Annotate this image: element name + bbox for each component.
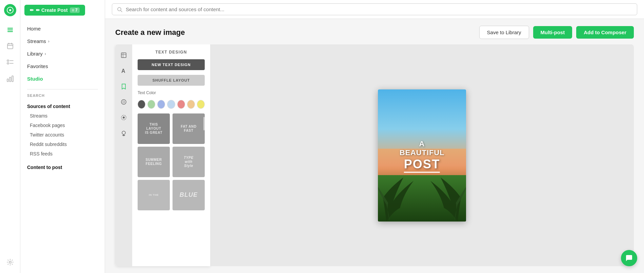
swatch-red[interactable]: [177, 100, 185, 109]
source-streams[interactable]: Streams: [20, 111, 105, 121]
svg-point-24: [123, 101, 125, 103]
sidebar-item-streams[interactable]: Streams ›: [20, 35, 105, 47]
create-post-button[interactable]: ✏ ✏ Create Post ≡ 7: [24, 5, 85, 16]
preview-image: A BEAUTIFUL POST: [378, 89, 466, 222]
swatch-blue1[interactable]: [157, 100, 165, 109]
tool-bookmark[interactable]: [118, 80, 130, 92]
search-input[interactable]: [126, 6, 632, 12]
design-panel-title: TEXT DESIGN: [138, 50, 205, 55]
icon-tools-column: A: [115, 44, 132, 266]
overlay-text: A BEAUTIFUL POST: [400, 140, 445, 171]
svg-rect-10: [7, 63, 9, 64]
studio-area: A: [105, 44, 644, 273]
layout-thumb-3-text: SUMMERFEELING: [144, 156, 163, 167]
sidebar-item-library-label: Library: [27, 51, 43, 57]
create-post-badge: ≡ 7: [70, 7, 80, 13]
svg-rect-2: [7, 28, 13, 29]
content-to-post-title: Content to post: [20, 162, 105, 172]
library-arrow-icon: ›: [45, 51, 46, 56]
layout-thumb-5-text: in the: [147, 192, 160, 198]
preview-area: A BEAUTIFUL POST: [210, 44, 634, 266]
sidebar-item-home-label: Home: [27, 26, 41, 31]
design-panel: TEXT DESIGN NEW TEXT DESIGN SHUFFLE LAYO…: [132, 44, 210, 266]
top-bar: [105, 0, 644, 19]
nav-icon-feed[interactable]: [3, 23, 17, 37]
tool-panel: A: [115, 44, 210, 266]
layout-thumb-5[interactable]: in the: [138, 180, 170, 210]
svg-rect-3: [7, 29, 13, 30]
color-swatches: [138, 100, 205, 109]
search-wrap: [112, 3, 637, 15]
sidebar-item-streams-label: Streams: [27, 38, 46, 44]
preview-line1: A BEAUTIFUL: [400, 140, 445, 157]
tool-crop[interactable]: [118, 49, 130, 61]
preview-line2: POST: [400, 157, 445, 171]
layouts-grid: THISLAYOUTIS GREAT FAT ANDFAST SUMMERFEE…: [138, 113, 205, 210]
swatch-yellow[interactable]: [197, 100, 205, 109]
source-rss[interactable]: RSS feeds: [20, 149, 105, 159]
scroll-indicator: [203, 117, 205, 130]
svg-rect-14: [9, 77, 11, 82]
layout-thumb-1[interactable]: THISLAYOUTIS GREAT: [138, 113, 170, 144]
layout-thumb-1-text: THISLAYOUTIS GREAT: [144, 121, 164, 136]
color-label: Text Color: [138, 90, 205, 95]
sidebar-item-home[interactable]: Home: [20, 22, 105, 35]
sidebar-divider: [27, 89, 98, 89]
layout-thumb-2-text: FAT ANDFAST: [179, 123, 198, 134]
save-to-library-button[interactable]: Save to Library: [479, 26, 529, 39]
header-actions: Save to Library Multi-post Add to Compos…: [479, 26, 634, 39]
svg-point-23: [121, 100, 126, 104]
streams-arrow-icon: ›: [48, 39, 49, 44]
svg-line-18: [121, 10, 122, 12]
swatch-blue2[interactable]: [167, 100, 175, 109]
layout-thumb-3[interactable]: SUMMERFEELING: [138, 147, 170, 177]
layout-thumb-6[interactable]: blue: [173, 180, 205, 210]
sidebar-item-favorites[interactable]: Favorites: [20, 60, 105, 72]
main-content: Create a new image Save to Library Multi…: [105, 0, 644, 273]
create-post-icon: ✏: [30, 7, 34, 13]
tool-color[interactable]: [118, 96, 130, 108]
multi-post-button[interactable]: Multi-post: [533, 26, 572, 39]
sidebar-item-studio[interactable]: Studio: [20, 72, 105, 85]
page-title: Create a new image: [115, 28, 185, 37]
swatch-dark[interactable]: [138, 100, 145, 109]
layout-thumb-4[interactable]: TYPEwithStyle: [173, 147, 205, 177]
svg-rect-19: [121, 53, 126, 58]
nav-icon-list[interactable]: [3, 56, 17, 69]
source-twitter[interactable]: Twitter accounts: [20, 130, 105, 140]
tool-tag[interactable]: [118, 111, 130, 124]
create-post-label: ✏ Create Post: [36, 7, 68, 13]
chat-bubble[interactable]: [621, 250, 637, 266]
svg-text:A: A: [121, 68, 125, 74]
sidebar-item-studio-label: Studio: [27, 76, 43, 82]
swatch-green[interactable]: [147, 100, 155, 109]
nav-icon-settings[interactable]: [3, 255, 17, 269]
svg-point-26: [123, 117, 125, 119]
source-facebook[interactable]: Facebook pages: [20, 121, 105, 130]
tool-text[interactable]: A: [118, 65, 130, 77]
svg-point-27: [122, 131, 125, 134]
new-text-design-button[interactable]: NEW TEXT DESIGN: [138, 59, 205, 70]
shuffle-layout-button[interactable]: SHUFFLE LAYOUT: [138, 75, 205, 86]
tool-effects[interactable]: [118, 127, 130, 139]
sources-section-title: Sources of content: [20, 101, 105, 111]
svg-point-16: [9, 261, 11, 263]
svg-rect-4: [7, 31, 13, 32]
search-section-label: SEARCH: [20, 93, 105, 101]
svg-rect-13: [7, 79, 8, 82]
source-reddit[interactable]: Reddit subreddits: [20, 140, 105, 149]
icon-bar: [0, 0, 20, 273]
app-logo[interactable]: [4, 4, 16, 16]
sidebar-item-library[interactable]: Library ›: [20, 47, 105, 60]
layout-thumb-6-text: blue: [178, 190, 199, 200]
svg-rect-5: [7, 44, 13, 49]
layout-thumb-4-text: TYPEwithStyle: [182, 154, 195, 169]
nav-icon-calendar[interactable]: [3, 39, 17, 53]
nav-icon-analytics[interactable]: [3, 72, 17, 85]
swatch-peach[interactable]: [187, 100, 195, 109]
sidebar: Content Home Streams › Library › Favorit…: [20, 0, 105, 273]
sidebar-item-favorites-label: Favorites: [27, 63, 48, 69]
add-to-composer-button[interactable]: Add to Composer: [576, 26, 634, 39]
layout-thumb-2[interactable]: FAT ANDFAST: [173, 113, 205, 144]
search-icon: [117, 7, 122, 12]
